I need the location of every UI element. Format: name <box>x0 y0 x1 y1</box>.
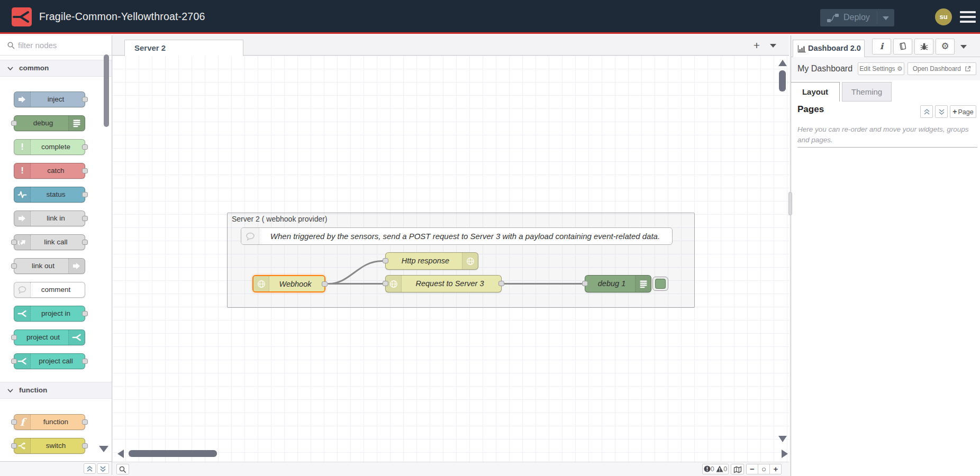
palette-node-link-in[interactable]: link in <box>14 210 85 226</box>
input-port[interactable] <box>11 443 17 448</box>
canvas-statusbar: 0 0 − ○ + <box>112 462 789 475</box>
help-tab-button[interactable] <box>893 39 912 54</box>
navigator-button[interactable] <box>731 464 744 474</box>
canvas-scroll-right-arrow[interactable] <box>782 450 788 458</box>
add-flow-button[interactable]: + <box>750 39 764 52</box>
input-port[interactable] <box>11 240 17 245</box>
speech-bubble-icon <box>241 228 259 244</box>
palette-node-project-call[interactable]: project call <box>14 353 85 369</box>
settings-tab-button[interactable]: ⚙ <box>936 39 955 54</box>
expand-all-button[interactable] <box>97 463 109 474</box>
flow-list-caret-icon[interactable] <box>770 44 776 48</box>
edit-settings-button[interactable]: Edit Settings ⚙ <box>858 62 904 75</box>
canvas-scroll-left-arrow[interactable] <box>117 450 124 458</box>
palette-search[interactable] <box>0 35 112 56</box>
output-port[interactable] <box>82 419 88 425</box>
palette-scrollbar-thumb[interactable] <box>104 54 109 127</box>
debug-tab-button[interactable] <box>914 39 933 54</box>
palette-scroll-down-arrow[interactable] <box>99 446 108 452</box>
plus-icon: + <box>952 107 957 116</box>
node-http-response[interactable]: Http response <box>385 252 478 270</box>
category-common[interactable]: common <box>0 60 112 77</box>
output-port[interactable] <box>82 168 88 173</box>
notification-counts[interactable]: 0 0 <box>702 464 729 474</box>
input-port[interactable] <box>582 281 588 286</box>
debug-list-icon <box>68 116 85 131</box>
zoom-reset-button[interactable]: ○ <box>758 464 770 474</box>
node-label: debug 1 <box>589 276 634 292</box>
palette-node-comment[interactable]: comment <box>14 282 85 298</box>
output-port[interactable] <box>82 443 88 448</box>
node-debug-1[interactable]: debug 1 <box>585 275 651 292</box>
node-red-logo-icon <box>12 7 32 26</box>
comment-node[interactable]: When triggered by the sensors, send a PO… <box>241 227 673 245</box>
canvas-search-button[interactable] <box>116 464 129 474</box>
main-menu-button[interactable] <box>960 11 976 23</box>
output-port[interactable] <box>82 192 88 197</box>
user-avatar[interactable]: su <box>935 8 952 25</box>
node-webhook[interactable]: Webhook <box>252 275 325 292</box>
input-port[interactable] <box>11 263 17 269</box>
zoom-in-button[interactable]: + <box>770 464 782 474</box>
chevron-down-icon <box>7 389 13 393</box>
output-port[interactable] <box>498 281 504 286</box>
sidebar-resize-handle[interactable] <box>788 192 792 215</box>
input-port[interactable] <box>11 335 17 340</box>
category-function[interactable]: function <box>0 382 112 399</box>
palette-node-switch[interactable]: switch <box>14 438 85 454</box>
move-page-down-button[interactable] <box>935 105 948 118</box>
output-port[interactable] <box>82 97 88 102</box>
move-page-up-button[interactable] <box>920 105 933 118</box>
sidebar-menu-caret-icon[interactable] <box>960 45 967 49</box>
output-port[interactable] <box>82 216 88 221</box>
palette-node-project-out[interactable]: project out <box>14 329 85 345</box>
search-icon <box>119 466 126 473</box>
palette-node-link-call[interactable]: link call <box>14 234 85 250</box>
palette-node-link-out[interactable]: link out <box>14 258 85 274</box>
gear-icon: ⚙ <box>897 65 903 72</box>
double-chevron-up-icon <box>86 465 93 472</box>
canvas-horizontal-scrollbar-thumb[interactable] <box>129 450 217 457</box>
tab-dashboard-2[interactable]: Dashboard 2.0 <box>793 40 865 57</box>
error-count: 0 <box>711 465 714 473</box>
palette-node-debug[interactable]: debug <box>14 115 85 131</box>
output-port[interactable] <box>82 144 88 150</box>
node-red-app: Fragile-Common-Yellowthroat-2706 Deploy … <box>0 0 980 476</box>
deploy-caret-icon[interactable] <box>883 16 889 20</box>
node-palette: common inject debug ! complete ! catch <box>0 35 112 461</box>
input-port[interactable] <box>11 419 17 425</box>
zoom-out-button[interactable]: − <box>747 464 758 474</box>
deploy-button[interactable]: Deploy <box>820 9 894 26</box>
palette-node-project-in[interactable]: project in <box>14 306 85 322</box>
output-port[interactable] <box>82 240 88 245</box>
flow-canvas[interactable]: Server 2 ( webhook provider) When trigge… <box>112 56 789 462</box>
palette-node-function[interactable]: f function <box>14 414 85 430</box>
output-port[interactable] <box>82 311 88 316</box>
collapse-all-button[interactable] <box>84 463 96 474</box>
input-port[interactable] <box>383 258 388 263</box>
output-port[interactable] <box>322 281 328 287</box>
debug-enable-toggle[interactable] <box>652 277 668 291</box>
palette-node-catch[interactable]: ! catch <box>14 163 85 179</box>
input-port[interactable] <box>383 281 388 286</box>
add-page-button[interactable]: +Page <box>950 105 976 118</box>
info-tab-button[interactable]: i <box>872 39 891 54</box>
double-chevron-up-icon <box>923 108 930 115</box>
palette-node-inject[interactable]: inject <box>14 91 85 107</box>
output-port[interactable] <box>82 359 88 364</box>
pages-divider <box>797 147 977 148</box>
tab-layout[interactable]: Layout <box>791 82 840 102</box>
open-dashboard-button[interactable]: Open Dashboard <box>908 62 976 75</box>
input-port[interactable] <box>11 359 17 364</box>
palette-node-status[interactable]: status <box>14 187 85 203</box>
palette-filter-input[interactable] <box>18 38 103 52</box>
dashboard-header: My Dashboard Edit Settings ⚙ Open Dashbo… <box>791 57 980 80</box>
input-port[interactable] <box>11 121 17 126</box>
workspace-tab-server-2[interactable]: Server 2 <box>124 40 243 56</box>
palette-node-complete[interactable]: ! complete <box>14 139 85 155</box>
tab-theming[interactable]: Theming <box>842 82 892 102</box>
canvas-scroll-down-arrow[interactable] <box>778 436 787 442</box>
node-request-to-server-3[interactable]: Request to Server 3 <box>385 275 502 292</box>
canvas-vertical-scrollbar-thumb[interactable] <box>779 70 786 91</box>
canvas-scroll-up-arrow[interactable] <box>778 60 787 66</box>
